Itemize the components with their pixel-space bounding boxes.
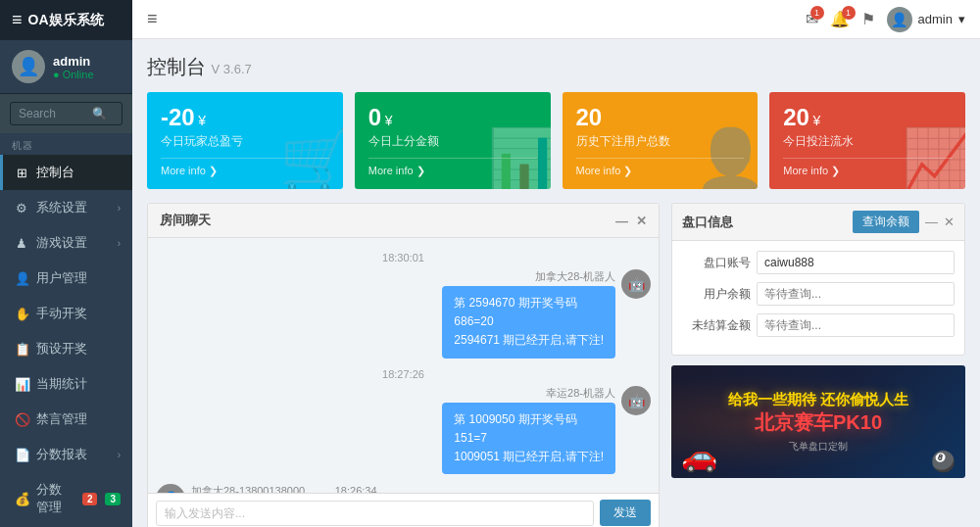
sidebar-label-stat: 当期统计 [36,375,87,393]
stat-cards: -20 ¥ 今日玩家总盈亏 🛒 More info ❯ 0 ¥ 今日上分金额 📊… [147,92,965,189]
sidebar-item-score-mgmt[interactable]: 💰 分数管理 2 3 [0,472,132,525]
ban-icon: 🚫 [15,412,28,427]
main-content: 控制台 V 3.6.7 -20 ¥ 今日玩家总盈亏 🛒 More info ❯ … [132,39,980,527]
sidebar-item-usermgmt[interactable]: 👤 用户管理 [0,261,132,296]
chevron-right-icon3: › [118,450,121,460]
users-icon: 👤 [694,124,758,189]
dashboard-icon: ⊞ [15,166,28,180]
hamburger-icon[interactable]: ≡ [12,10,23,30]
sidebar-item-manual[interactable]: ✋ 手动开奖 [0,296,132,331]
pankou-panel: 盘口信息 查询余额 — ✕ 盘口账号 用户余额 [671,203,965,356]
query-balance-button[interactable]: 查询余额 [853,211,919,233]
form-row-unsettled: 未结算金额 [682,313,955,337]
balance-input[interactable] [757,282,955,306]
avatar-2: 🤖 [621,386,651,415]
water-more[interactable]: More info ❯ [783,158,952,177]
water-value: 20 [783,104,809,130]
unsettled-label: 未结算金额 [682,317,751,334]
stat-card-users: 20 历史下注用户总数 👤 More info ❯ [563,92,759,189]
mail-icon-wrap[interactable]: ✉ 1 [806,10,818,28]
sidebar-item-preset[interactable]: 📋 预设开奖 [0,331,132,366]
chat-panel-header: 房间聊天 — ✕ [148,204,659,238]
sender-1: 加拿大28-机器人 [442,269,615,284]
stat-card-water: 20 ¥ 今日投注流水 📈 More info ❯ [769,92,965,189]
sidebar-item-system[interactable]: ⚙ 系统设置 › [0,190,132,225]
chat-time-2: 18:27:26 [156,368,651,380]
sidebar-nav: ⊞ 控制台 ⚙ 系统设置 › ♟ 游戏设置 › 👤 用户管理 ✋ 手动开奖 📋 … [0,155,132,527]
points-more[interactable]: More info ❯ [368,158,537,177]
sidebar-label-ban: 禁言管理 [36,410,87,428]
sidebar-section-machine: 机器 [0,133,132,155]
sidebar-label-preset: 预设开奖 [36,340,87,358]
money-icon: 💰 [15,492,28,506]
topbar-username: admin [918,12,953,26]
avatar-1: 🤖 [621,269,651,299]
account-label: 盘口账号 [682,255,751,271]
chat-input-row: 发送 [148,493,659,527]
form-row-balance: 用户余额 [682,282,955,306]
pankou-title: 盘口信息 [682,214,733,231]
send-button[interactable]: 发送 [600,500,651,526]
chat-input[interactable] [156,501,594,526]
sidebar-label-game: 游戏设置 [36,234,87,252]
sidebar-search-area: 🔍 [0,94,132,133]
pankou-header: 盘口信息 查询余额 — ✕ [672,204,964,241]
sidebar-item-stat[interactable]: 📊 当期统计 [0,366,132,402]
pank-minimize-icon[interactable]: — [925,215,938,229]
sidebar-label-usermgmt: 用户管理 [36,269,87,287]
banner-area: 给我一些期待 还你偷悦人生 北京赛车PK10 飞单盘口定制 🚗 🎱 [671,365,965,478]
profit-more[interactable]: More info ❯ [161,158,329,177]
user-avatar: 👤 [12,50,45,83]
account-input[interactable] [757,251,955,274]
chat-section: 房间聊天 — ✕ 18:30:01 加拿大28-机器人 [147,203,660,527]
mail-badge: 1 [810,6,824,20]
topbar-avatar: 👤 [887,7,912,32]
sidebar: ≡ OA娱乐系统 👤 admin ● Online 🔍 机器 ⊞ 控制台 ⚙ 系… [0,0,132,527]
sidebar-item-ban[interactable]: 🚫 禁言管理 [0,402,132,437]
chat-msg-3: 👤 加拿大28-13800138000 18:26:34 2/20 [156,484,651,493]
sidebar-user-area: 👤 admin ● Online [0,40,132,94]
sidebar-label-dashboard: 控制台 [36,164,74,181]
banner-line2: 北京赛车PK10 [728,409,908,436]
flag-icon-wrap[interactable]: ⚑ [861,10,875,28]
avatar-3: 👤 [156,484,185,493]
chat-msg-1: 加拿大28-机器人 第 2594670 期开奖号码686=202594671 期… [156,269,651,359]
chat-bubble-1: 加拿大28-机器人 第 2594670 期开奖号码686=202594671 期… [442,269,615,359]
close-icon[interactable]: ✕ [636,214,647,228]
right-panels: 盘口信息 查询余额 — ✕ 盘口账号 用户余额 [671,203,965,527]
topbar-hamburger-icon[interactable]: ≡ [147,9,158,29]
sidebar-item-score-table[interactable]: 📄 分数报表 › [0,437,132,472]
bell-badge: 1 [842,6,856,20]
topbar: ≡ ✉ 1 🔔 1 ⚑ 👤 admin ▾ [132,0,980,39]
water-icon: 📈 [902,124,965,189]
topbar-user[interactable]: 👤 admin ▾ [887,7,965,32]
version-label: V 3.6.7 [212,62,252,76]
chat-body: 18:30:01 加拿大28-机器人 第 2594670 期开奖号码686=20… [148,238,659,493]
app-title: OA娱乐系统 [28,12,104,29]
unsettled-input[interactable] [757,313,955,337]
page-title: 控制台 V 3.6.7 [147,54,965,80]
users-more[interactable]: More info ❯ [576,158,745,177]
hand-icon: ✋ [15,307,28,321]
chevron-right-icon: › [118,203,121,214]
sidebar-item-dashboard[interactable]: ⊞ 控制台 [0,155,132,190]
username: admin [53,54,94,69]
sidebar-label-score-table: 分数报表 [36,446,87,463]
chat-time-1: 18:30:01 [156,252,651,264]
banner-line1: 给我一些期待 还你偷悦人生 [728,391,908,409]
pank-close-icon[interactable]: ✕ [944,215,955,229]
content-row: 房间聊天 — ✕ 18:30:01 加拿大28-机器人 [147,203,965,527]
preset-icon: 📋 [15,342,28,357]
profit-value: -20 [161,104,195,130]
search-icon: 🔍 [92,107,107,120]
bell-icon-wrap[interactable]: 🔔 1 [830,10,850,28]
sidebar-item-game[interactable]: ♟ 游戏设置 › [0,225,132,261]
bubble-1: 第 2594670 期开奖号码686=202594671 期已经开启,请下注! [442,286,615,359]
topbar-dropdown-icon: ▾ [958,12,965,26]
minimize-icon[interactable]: — [615,214,628,228]
user-status: ● Online [53,69,94,80]
pankou-form: 盘口账号 用户余额 未结算金额 [672,241,964,355]
banner-content: 给我一些期待 还你偷悦人生 北京赛车PK10 飞单盘口定制 [728,391,908,454]
sidebar-label-system: 系统设置 [36,199,87,216]
stat-card-points: 0 ¥ 今日上分金额 📊 More info ❯ [355,92,551,189]
